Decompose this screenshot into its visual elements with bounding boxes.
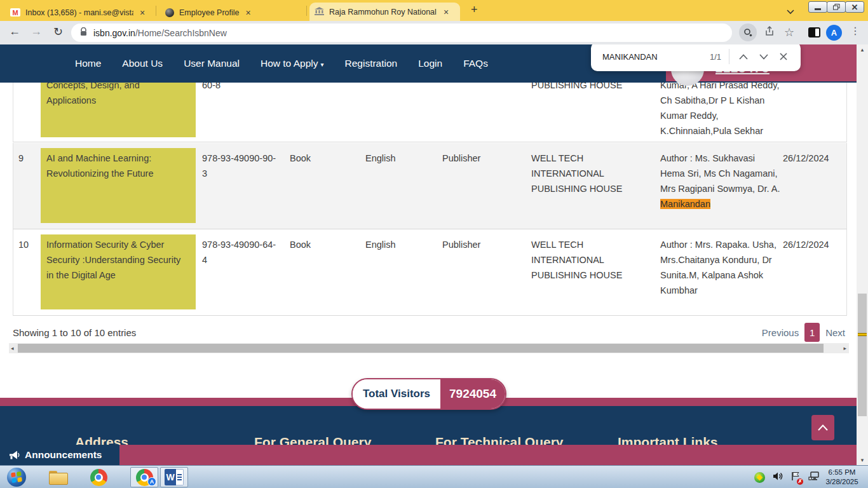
nav-item-home[interactable]: Home [75,58,101,69]
chevron-down-icon [759,54,768,60]
horizontal-scrollbar-thumb[interactable] [18,344,824,353]
volume-icon[interactable] [773,471,783,484]
scroll-up-arrow[interactable]: ▴ [857,46,868,53]
windows-logo-icon [7,468,26,487]
find-next-button[interactable] [754,50,774,64]
cell-row-number: 10 [18,237,40,252]
clock-date: 3/28/2025 [821,477,863,487]
cell-authors: Author : Ms. Sukhavasi Hema Sri, Ms Ch N… [660,151,781,212]
new-tab-button[interactable]: + [471,3,478,17]
tab-employee-profile[interactable]: Employee Profile × [160,4,304,21]
cell-language: English [365,237,429,252]
lens-search-button[interactable] [739,24,757,41]
scroll-right-arrow[interactable]: ▸ [843,345,846,351]
taskbar-clock[interactable]: 6:55 PM 3/28/2025 [821,468,863,487]
file-explorer-button[interactable] [47,468,69,487]
tab-gmail[interactable]: M Inbox (13,658) - mani.se@vistas.a × [5,4,153,21]
nav-item-how-to-apply[interactable]: How to Apply▾ [261,58,324,69]
pagination-page-1[interactable]: 1 [804,323,820,342]
word-icon: W [165,469,184,485]
cell-type: Book [290,151,353,166]
antivirus-tray-icon[interactable] [754,472,765,483]
divider [729,49,729,64]
lock-icon [80,27,87,39]
bookmark-star-icon[interactable]: ☆ [784,25,794,39]
chevron-up-icon [739,54,748,60]
forward-button[interactable]: → [31,25,42,38]
cell-isbn: 978-93-49090-64-4 [202,237,280,268]
restore-icon [833,4,840,10]
clock-time: 6:55 PM [821,468,863,477]
start-button[interactable] [6,468,27,487]
action-center-flag-icon[interactable]: ✗ [791,471,801,484]
kebab-menu-icon[interactable]: ⋮ [850,25,860,37]
pagination-next[interactable]: Next [825,327,845,338]
back-to-top-button[interactable] [811,415,834,440]
pagination: Previous 1 Next [762,323,845,342]
announcements-label: Announcements [0,445,119,465]
reload-button[interactable]: ↻ [53,25,63,39]
cell-type: Book [290,237,353,252]
horizontal-scrollbar: ◂ ▸ [9,343,849,353]
tab-search-chevron-icon[interactable] [787,6,794,17]
find-close-button[interactable] [774,49,793,64]
word-window-button[interactable]: W [160,467,188,487]
chrome-button[interactable] [88,468,109,487]
chrome-icon [90,469,107,486]
browser-toolbar: ← → ↻ isbn.gov.in/Home/SearchIsbnNew ☆ A… [0,21,868,44]
tab-title: Raja Rammohun Roy National Ag [329,8,437,17]
vertical-scrollbar: ▴ ▾ [857,44,868,465]
tab-isbn-active[interactable]: Raja Rammohun Roy National Ag × [309,3,460,21]
cell-language: English [365,151,429,166]
table-info: Showing 1 to 10 of 10 entries [13,327,136,338]
cell-authors: Author : Mrs. Rapaka. Usha, Mrs.Chaitany… [660,237,781,298]
back-button[interactable]: ← [9,25,20,38]
chrome-profile-window-button[interactable]: A [130,467,158,487]
tab-title: Inbox (13,658) - mani.se@vistas.a [25,8,133,17]
side-panel-button[interactable] [808,27,820,37]
megaphone-icon [9,451,20,460]
announcements-bar: Announcements [0,445,857,465]
url-text: isbn.gov.in/Home/SearchIsbnNew [93,28,227,38]
cell-date: 26/12/2024 [783,237,843,252]
find-previous-button[interactable] [733,50,754,64]
window-controls: ✕ [809,1,864,13]
cell-date: 26/12/2024 [783,151,843,166]
tab-separator [306,6,307,16]
nav-item-registration[interactable]: Registration [345,58,398,69]
cell-authors: Kumar, A Hari Prasad Reddy, Ch Sabitha,D… [660,78,781,139]
nav-item-login[interactable]: Login [418,58,442,69]
minimize-icon [815,8,821,10]
cell-isbn: 978-93-49090-90-3 [202,151,280,181]
find-bar: MANIKANDAN 1/1 [591,42,801,71]
network-icon[interactable] [808,471,820,484]
minimize-button[interactable] [808,1,827,13]
cell-applicant-type: Publisher [442,151,519,166]
profile-avatar[interactable]: A [826,25,842,41]
cell-publisher: WELL TECH INTERNATIONAL PUBLISHING HOUSE [531,151,655,196]
error-badge: ✗ [797,478,803,485]
bank-icon [315,6,324,18]
vertical-scrollbar-thumb[interactable] [858,294,867,416]
tab-separator [156,6,156,16]
find-input[interactable]: MANIKANDAN [602,52,710,62]
scroll-down-arrow[interactable]: ▾ [857,457,868,463]
share-button[interactable] [764,26,775,39]
gmail-icon: M [10,8,20,17]
nav-item-user-manual[interactable]: User Manual [184,58,240,69]
address-bar[interactable]: isbn.gov.in/Home/SearchIsbnNew [71,24,732,42]
restore-button[interactable] [827,1,846,13]
close-button[interactable]: ✕ [845,1,864,13]
find-match-marker [858,333,867,336]
pagination-previous[interactable]: Previous [762,327,799,338]
chevron-up-icon [818,424,828,431]
nav-item-about-us[interactable]: About Us [122,58,163,69]
find-match-count: 1/1 [710,52,721,62]
nav-item-faqs[interactable]: FAQs [463,58,488,69]
folder-icon [49,471,67,484]
scroll-left-arrow[interactable]: ◂ [11,345,14,351]
tab-close-icon[interactable]: × [442,8,450,17]
tab-close-icon[interactable]: × [139,8,146,17]
cell-publisher: WELL TECH INTERNATIONAL PUBLISHING HOUSE [531,237,655,283]
tab-close-icon[interactable]: × [245,8,252,17]
